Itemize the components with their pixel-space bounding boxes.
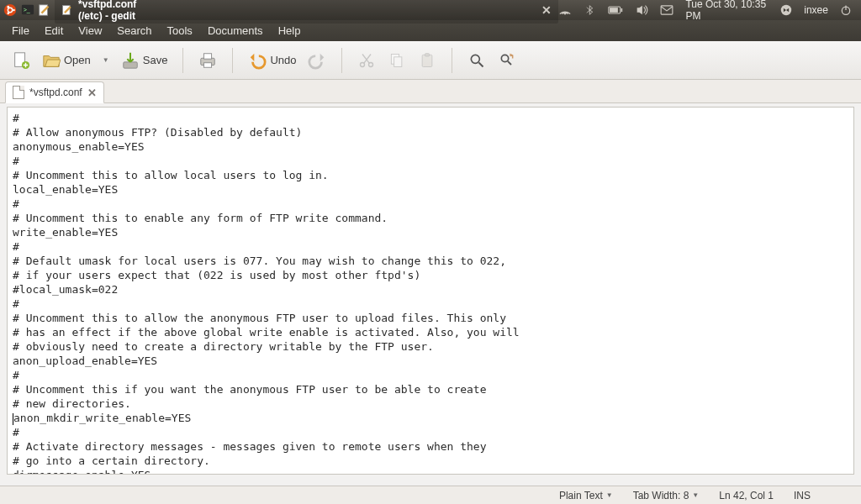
toolbar: Open ▼ Save Undo xyxy=(0,41,861,80)
editor-line[interactable]: anon_upload_enable=YES xyxy=(13,354,848,368)
svg-point-2 xyxy=(13,9,15,12)
statusbar: Plain Text▼ Tab Width: 8▼ Ln 42, Col 1 I… xyxy=(0,486,861,504)
undo-button[interactable]: Undo xyxy=(245,49,299,72)
window-title: *vsftpd.conf (/etc) - gedit xyxy=(78,0,150,22)
editor-line[interactable]: # if your users expect that (022 is used… xyxy=(13,268,848,282)
editor-line[interactable]: # xyxy=(13,368,848,382)
copy-button[interactable] xyxy=(384,49,409,72)
editor-line[interactable]: # Uncomment this if you want the anonymo… xyxy=(13,382,848,396)
open-button[interactable]: Open xyxy=(39,49,94,72)
menu-documents[interactable]: Documents xyxy=(201,22,270,39)
session-icon[interactable] xyxy=(779,3,792,18)
editor-line[interactable]: # xyxy=(13,197,848,211)
window-title-box[interactable]: *vsftpd.conf (/etc) - gedit ✕ xyxy=(55,0,558,24)
save-label: Save xyxy=(143,54,168,66)
svg-rect-16 xyxy=(846,6,847,10)
editor-line[interactable]: write_enable=YES xyxy=(13,225,848,239)
editor-line[interactable]: # Activate directory messages - messages… xyxy=(13,439,848,454)
tab-vsftpd-conf[interactable]: *vsftpd.conf ✕ xyxy=(5,81,104,103)
editor-line[interactable]: anon_mkdir_write_enable=YES xyxy=(13,411,848,425)
editor-line[interactable]: # xyxy=(13,425,848,439)
tab-width-selector[interactable]: Tab Width: 8▼ xyxy=(633,490,700,501)
menu-tools[interactable]: Tools xyxy=(161,22,199,39)
copy-icon xyxy=(388,51,406,70)
menu-help[interactable]: Help xyxy=(272,22,308,39)
mail-icon[interactable] xyxy=(660,3,673,18)
svg-point-3 xyxy=(8,6,10,8)
svg-rect-28 xyxy=(425,53,430,55)
editor-line[interactable]: # go into a certain directory. xyxy=(13,454,848,468)
text-editor[interactable]: ## Allow anonymous FTP? (Disabled by def… xyxy=(7,107,854,475)
find-button[interactable] xyxy=(464,49,489,72)
open-folder-icon xyxy=(42,51,61,70)
find-replace-button[interactable] xyxy=(494,49,520,72)
svg-point-30 xyxy=(502,55,509,61)
save-icon xyxy=(121,51,140,70)
editor-line[interactable]: # xyxy=(13,297,848,311)
editor-line[interactable]: #local_umask=022 xyxy=(13,282,848,297)
menu-file[interactable]: File xyxy=(5,22,36,39)
document-icon xyxy=(13,86,24,99)
editor-line[interactable]: # Uncomment this to allow local users to… xyxy=(13,168,848,182)
terminal-launcher-icon[interactable]: >_ xyxy=(20,3,34,18)
username[interactable]: inxee xyxy=(804,4,828,16)
save-button[interactable]: Save xyxy=(118,49,172,72)
editor-line[interactable]: local_enable=YES xyxy=(13,182,848,197)
menu-view[interactable]: View xyxy=(71,22,108,39)
syntax-selector[interactable]: Plain Text▼ xyxy=(559,490,613,501)
toolbar-separator xyxy=(182,48,183,73)
paste-button[interactable] xyxy=(415,49,440,72)
volume-icon[interactable] xyxy=(635,3,648,18)
editor-line[interactable]: # xyxy=(13,239,848,254)
cut-icon xyxy=(357,51,376,70)
insert-mode[interactable]: INS xyxy=(794,490,844,501)
menu-edit[interactable]: Edit xyxy=(38,22,70,39)
redo-button[interactable] xyxy=(304,49,330,72)
bluetooth-icon[interactable] xyxy=(584,3,596,18)
ubuntu-logo-icon[interactable] xyxy=(3,3,17,18)
svg-rect-13 xyxy=(662,6,673,14)
search-icon xyxy=(467,51,486,70)
toolbar-separator xyxy=(341,48,342,73)
new-document-button[interactable] xyxy=(8,49,34,72)
gedit-launcher-icon[interactable] xyxy=(38,3,51,18)
clock[interactable]: Tue Oct 30, 10:35 PM xyxy=(685,0,768,22)
svg-rect-26 xyxy=(394,56,402,66)
battery-icon[interactable] xyxy=(608,3,623,18)
find-replace-icon xyxy=(498,51,516,70)
editor-line[interactable]: # Uncomment this to allow the anonymous … xyxy=(13,311,848,325)
svg-text:>_: >_ xyxy=(23,7,30,13)
undo-label: Undo xyxy=(270,54,296,66)
toolbar-separator xyxy=(232,48,233,73)
svg-rect-19 xyxy=(123,61,137,67)
svg-point-29 xyxy=(472,55,480,63)
cursor-position: Ln 42, Col 1 xyxy=(719,490,774,501)
svg-rect-12 xyxy=(621,8,623,12)
editor-line[interactable]: # xyxy=(13,111,848,125)
editor-line[interactable]: anonymous_enable=YES xyxy=(13,139,848,154)
editor-line[interactable]: # Uncomment this to enable any form of F… xyxy=(13,211,848,225)
editor-line[interactable]: dirmessage_enable=YES xyxy=(13,468,848,475)
editor-line[interactable]: # new directories. xyxy=(13,396,848,411)
editor-line[interactable]: # Default umask for local users is 077. … xyxy=(13,254,848,268)
editor-line[interactable]: # has an effect if the above global writ… xyxy=(13,325,848,339)
cut-button[interactable] xyxy=(354,49,379,72)
power-icon[interactable] xyxy=(840,3,853,18)
menu-search[interactable]: Search xyxy=(110,22,158,39)
tab-close-icon[interactable]: ✕ xyxy=(87,87,97,99)
network-icon[interactable] xyxy=(558,3,572,18)
document-tabs: *vsftpd.conf ✕ xyxy=(0,80,861,103)
svg-rect-27 xyxy=(423,55,433,66)
editor-line[interactable]: # Allow anonymous FTP? (Disabled by defa… xyxy=(13,125,848,139)
open-recent-dropdown[interactable]: ▼ xyxy=(99,56,113,64)
print-button[interactable] xyxy=(195,49,220,72)
window-close-icon[interactable]: ✕ xyxy=(541,3,552,17)
editor-line[interactable]: # obviously need to create a directory w… xyxy=(13,339,848,354)
open-label: Open xyxy=(64,54,91,66)
gedit-app-icon xyxy=(61,3,73,18)
svg-point-9 xyxy=(564,13,566,14)
toolbar-separator xyxy=(452,48,452,73)
print-icon xyxy=(198,51,217,70)
svg-rect-21 xyxy=(204,53,212,58)
editor-line[interactable]: # xyxy=(13,154,848,168)
